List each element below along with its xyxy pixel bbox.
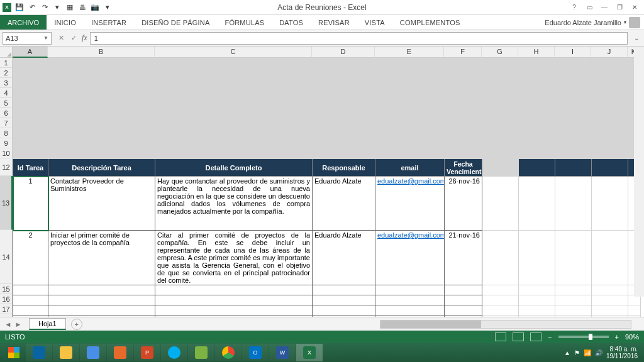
email-link[interactable]: edualzate@gmail.com — [377, 231, 445, 239]
cell[interactable] — [519, 58, 555, 69]
view-page-layout-icon[interactable] — [513, 332, 524, 341]
zoom-slider[interactable] — [558, 336, 609, 338]
row-header[interactable]: 9 — [0, 138, 13, 148]
save-icon[interactable]: 💾 — [15, 3, 24, 12]
cell-email[interactable]: edualzate@gmail.com — [375, 177, 445, 231]
table-header[interactable]: Id Tarea — [13, 159, 48, 177]
email-link[interactable]: edualzate@gmail.com — [377, 177, 445, 185]
row-header[interactable]: 8 — [0, 128, 13, 138]
cell-desc[interactable]: Iniciar el primer comité de proyectos de… — [48, 231, 155, 285]
zoom-level[interactable]: 90% — [625, 333, 639, 341]
tab-formulas[interactable]: FÓRMULAS — [217, 15, 272, 30]
redo-icon[interactable]: ↷ — [40, 3, 49, 12]
taskbar-chrome[interactable] — [215, 344, 242, 361]
row-header[interactable]: 15 — [0, 284, 13, 294]
table-header[interactable]: Detalle Completo — [155, 159, 313, 177]
cell[interactable] — [482, 58, 519, 69]
vertical-scrollbar[interactable] — [634, 47, 644, 297]
taskbar-app[interactable] — [188, 344, 214, 361]
qat-icon[interactable]: 🖶 — [78, 3, 87, 12]
close-icon[interactable]: ✕ — [628, 2, 641, 13]
col-header[interactable]: H — [518, 47, 555, 58]
qat-icon[interactable]: ▦ — [65, 3, 74, 12]
row-header[interactable]: 4 — [0, 88, 13, 98]
file-tab[interactable]: ARCHIVO — [0, 15, 47, 30]
row-header[interactable]: 17 — [0, 304, 13, 314]
sheet-tab[interactable]: Hoja1 — [29, 318, 66, 330]
cell[interactable] — [555, 58, 592, 69]
row-header[interactable]: 3 — [0, 78, 13, 88]
col-header[interactable]: B — [48, 47, 155, 58]
taskbar-excel[interactable]: X — [296, 344, 323, 361]
tab-complementos[interactable]: COMPLEMENTOS — [392, 15, 468, 30]
account-user-name[interactable]: Eduardo Alzate Jaramillo — [545, 19, 621, 26]
cell-email[interactable]: edualzate@gmail.com — [375, 231, 445, 285]
undo-icon[interactable]: ↶ — [28, 3, 36, 12]
tab-revisar[interactable]: REVISAR — [311, 15, 357, 30]
horizontal-scrollbar[interactable] — [380, 320, 631, 329]
help-icon[interactable]: ? — [567, 2, 581, 13]
cell[interactable] — [375, 58, 445, 69]
zoom-out-icon[interactable]: − — [548, 333, 552, 341]
cell-desc[interactable]: Contactar Proveedor de Suministros — [48, 177, 155, 231]
cell[interactable] — [48, 58, 155, 69]
col-header[interactable]: I — [555, 47, 591, 58]
row-header[interactable]: 2 — [0, 68, 13, 78]
col-header[interactable]: C — [155, 47, 312, 58]
table-header[interactable]: Descripción Tarea — [48, 159, 155, 177]
cancel-formula-icon[interactable]: ✕ — [55, 33, 67, 44]
taskbar-app[interactable] — [53, 344, 79, 361]
col-header[interactable]: A — [13, 47, 48, 58]
cell-detail[interactable]: Citar al primer comité de proyectos de l… — [155, 231, 313, 285]
select-all-cell[interactable] — [0, 47, 13, 58]
col-header[interactable]: F — [444, 47, 482, 58]
taskbar-powerpoint[interactable]: P — [134, 344, 160, 361]
chevron-down-icon[interactable]: ▼ — [43, 35, 48, 41]
taskbar-app[interactable] — [80, 344, 106, 361]
taskbar-skype[interactable] — [161, 344, 187, 361]
col-header[interactable]: G — [482, 47, 518, 58]
sheet-nav-prev-icon[interactable]: ◄ — [4, 321, 13, 328]
row-header[interactable]: 7 — [0, 118, 13, 128]
qat-icon[interactable]: 📷 — [91, 3, 99, 12]
name-box[interactable]: A13 ▼ — [3, 32, 52, 45]
tray-flag-icon[interactable]: ⚑ — [574, 349, 580, 356]
taskbar-outlook[interactable]: O — [242, 344, 269, 361]
col-header[interactable]: E — [375, 47, 444, 58]
col-header[interactable]: D — [312, 47, 375, 58]
sheet-nav-next-icon[interactable]: ► — [14, 321, 23, 328]
tab-diseno-pagina[interactable]: DISEÑO DE PÁGINA — [134, 15, 217, 30]
row-header[interactable]: 12 — [0, 158, 13, 176]
cell[interactable] — [592, 58, 628, 69]
taskbar-word[interactable]: W — [269, 344, 296, 361]
table-header[interactable]: Fecha Vencimiento — [445, 159, 482, 177]
cell[interactable] — [13, 58, 48, 69]
tray-network-icon[interactable]: 📶 — [584, 349, 591, 356]
cell-detail[interactable]: Hay que contanctar al proveedor de sumin… — [155, 177, 313, 231]
formula-bar[interactable]: 1 — [90, 32, 628, 45]
cell[interactable] — [445, 58, 482, 69]
start-button[interactable] — [3, 344, 25, 361]
taskbar-app[interactable] — [26, 344, 52, 361]
cell-resp[interactable]: Eduardo Alzate — [313, 231, 375, 285]
tray-sound-icon[interactable]: 🔊 — [595, 349, 602, 356]
tab-inicio[interactable]: INICIO — [47, 15, 84, 30]
cell[interactable] — [155, 58, 313, 69]
cell-resp[interactable]: Eduardo Alzate — [313, 177, 375, 231]
col-header[interactable]: J — [591, 47, 628, 58]
row-header[interactable]: 6 — [0, 108, 13, 118]
zoom-in-icon[interactable]: + — [615, 333, 619, 341]
cell-fecha[interactable]: 26-nov-16 — [445, 177, 482, 231]
table-header[interactable]: Responsable — [313, 159, 375, 177]
tray-icon[interactable]: ▲ — [564, 349, 570, 356]
row-header[interactable]: 5 — [0, 98, 13, 108]
row-header[interactable]: 14 — [0, 230, 13, 284]
expand-formula-bar-icon[interactable]: ⌄ — [631, 35, 641, 41]
new-sheet-icon[interactable]: + — [71, 319, 82, 330]
tab-insertar[interactable]: INSERTAR — [84, 15, 134, 30]
qat-dropdown-icon[interactable]: ▾ — [103, 3, 112, 12]
maximize-icon[interactable]: ❐ — [613, 2, 626, 13]
row-header[interactable]: 16 — [0, 294, 13, 304]
enter-formula-icon[interactable]: ✓ — [68, 33, 79, 44]
row-header[interactable]: 1 — [0, 58, 13, 68]
